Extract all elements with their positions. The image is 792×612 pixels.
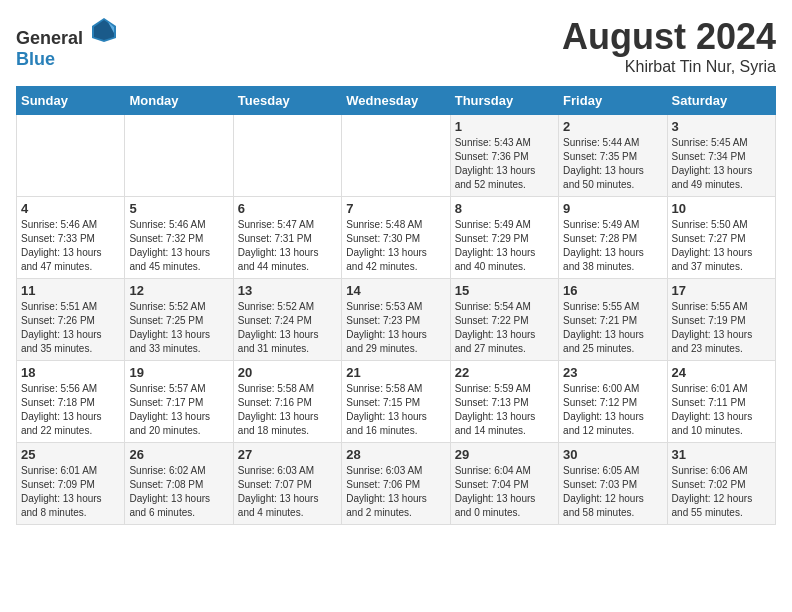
calendar-cell: 20Sunrise: 5:58 AM Sunset: 7:16 PM Dayli… xyxy=(233,361,341,443)
calendar-cell: 14Sunrise: 5:53 AM Sunset: 7:23 PM Dayli… xyxy=(342,279,450,361)
calendar-cell: 23Sunrise: 6:00 AM Sunset: 7:12 PM Dayli… xyxy=(559,361,667,443)
calendar-cell: 3Sunrise: 5:45 AM Sunset: 7:34 PM Daylig… xyxy=(667,115,775,197)
calendar-cell xyxy=(125,115,233,197)
calendar-cell: 25Sunrise: 6:01 AM Sunset: 7:09 PM Dayli… xyxy=(17,443,125,525)
day-number: 20 xyxy=(238,365,337,380)
day-number: 27 xyxy=(238,447,337,462)
day-info: Sunrise: 5:57 AM Sunset: 7:17 PM Dayligh… xyxy=(129,382,228,438)
weekday-header-row: SundayMondayTuesdayWednesdayThursdayFrid… xyxy=(17,87,776,115)
calendar-cell: 18Sunrise: 5:56 AM Sunset: 7:18 PM Dayli… xyxy=(17,361,125,443)
day-number: 16 xyxy=(563,283,662,298)
calendar-cell: 22Sunrise: 5:59 AM Sunset: 7:13 PM Dayli… xyxy=(450,361,558,443)
day-info: Sunrise: 5:49 AM Sunset: 7:29 PM Dayligh… xyxy=(455,218,554,274)
day-number: 19 xyxy=(129,365,228,380)
page-header: General Blue August 2024 Khirbat Tin Nur… xyxy=(16,16,776,76)
calendar-cell xyxy=(342,115,450,197)
day-number: 22 xyxy=(455,365,554,380)
day-number: 14 xyxy=(346,283,445,298)
day-number: 31 xyxy=(672,447,771,462)
weekday-header: Tuesday xyxy=(233,87,341,115)
day-info: Sunrise: 5:51 AM Sunset: 7:26 PM Dayligh… xyxy=(21,300,120,356)
day-info: Sunrise: 5:46 AM Sunset: 7:32 PM Dayligh… xyxy=(129,218,228,274)
calendar-cell: 7Sunrise: 5:48 AM Sunset: 7:30 PM Daylig… xyxy=(342,197,450,279)
day-number: 10 xyxy=(672,201,771,216)
day-number: 30 xyxy=(563,447,662,462)
calendar-title: August 2024 xyxy=(562,16,776,58)
calendar-cell xyxy=(17,115,125,197)
day-number: 25 xyxy=(21,447,120,462)
calendar-cell: 12Sunrise: 5:52 AM Sunset: 7:25 PM Dayli… xyxy=(125,279,233,361)
logo-icon xyxy=(90,16,118,44)
calendar-cell xyxy=(233,115,341,197)
calendar-cell: 19Sunrise: 5:57 AM Sunset: 7:17 PM Dayli… xyxy=(125,361,233,443)
day-info: Sunrise: 6:01 AM Sunset: 7:09 PM Dayligh… xyxy=(21,464,120,520)
calendar-cell: 26Sunrise: 6:02 AM Sunset: 7:08 PM Dayli… xyxy=(125,443,233,525)
day-info: Sunrise: 5:48 AM Sunset: 7:30 PM Dayligh… xyxy=(346,218,445,274)
day-info: Sunrise: 5:49 AM Sunset: 7:28 PM Dayligh… xyxy=(563,218,662,274)
calendar-cell: 24Sunrise: 6:01 AM Sunset: 7:11 PM Dayli… xyxy=(667,361,775,443)
day-info: Sunrise: 5:56 AM Sunset: 7:18 PM Dayligh… xyxy=(21,382,120,438)
logo: General Blue xyxy=(16,16,118,70)
day-info: Sunrise: 5:55 AM Sunset: 7:19 PM Dayligh… xyxy=(672,300,771,356)
weekday-header: Saturday xyxy=(667,87,775,115)
calendar-cell: 5Sunrise: 5:46 AM Sunset: 7:32 PM Daylig… xyxy=(125,197,233,279)
calendar-week-row: 1Sunrise: 5:43 AM Sunset: 7:36 PM Daylig… xyxy=(17,115,776,197)
calendar-week-row: 25Sunrise: 6:01 AM Sunset: 7:09 PM Dayli… xyxy=(17,443,776,525)
day-info: Sunrise: 6:04 AM Sunset: 7:04 PM Dayligh… xyxy=(455,464,554,520)
calendar-cell: 9Sunrise: 5:49 AM Sunset: 7:28 PM Daylig… xyxy=(559,197,667,279)
day-number: 9 xyxy=(563,201,662,216)
day-number: 18 xyxy=(21,365,120,380)
day-number: 15 xyxy=(455,283,554,298)
day-number: 8 xyxy=(455,201,554,216)
day-number: 24 xyxy=(672,365,771,380)
day-number: 21 xyxy=(346,365,445,380)
calendar-week-row: 4Sunrise: 5:46 AM Sunset: 7:33 PM Daylig… xyxy=(17,197,776,279)
title-area: August 2024 Khirbat Tin Nur, Syria xyxy=(562,16,776,76)
day-info: Sunrise: 6:03 AM Sunset: 7:06 PM Dayligh… xyxy=(346,464,445,520)
day-number: 7 xyxy=(346,201,445,216)
weekday-header: Sunday xyxy=(17,87,125,115)
calendar-cell: 17Sunrise: 5:55 AM Sunset: 7:19 PM Dayli… xyxy=(667,279,775,361)
day-info: Sunrise: 5:59 AM Sunset: 7:13 PM Dayligh… xyxy=(455,382,554,438)
calendar-subtitle: Khirbat Tin Nur, Syria xyxy=(562,58,776,76)
day-number: 5 xyxy=(129,201,228,216)
day-info: Sunrise: 5:53 AM Sunset: 7:23 PM Dayligh… xyxy=(346,300,445,356)
day-info: Sunrise: 6:00 AM Sunset: 7:12 PM Dayligh… xyxy=(563,382,662,438)
calendar-cell: 2Sunrise: 5:44 AM Sunset: 7:35 PM Daylig… xyxy=(559,115,667,197)
calendar-cell: 13Sunrise: 5:52 AM Sunset: 7:24 PM Dayli… xyxy=(233,279,341,361)
day-info: Sunrise: 6:02 AM Sunset: 7:08 PM Dayligh… xyxy=(129,464,228,520)
weekday-header: Wednesday xyxy=(342,87,450,115)
logo-blue: Blue xyxy=(16,49,55,69)
weekday-header: Friday xyxy=(559,87,667,115)
calendar-cell: 8Sunrise: 5:49 AM Sunset: 7:29 PM Daylig… xyxy=(450,197,558,279)
day-number: 6 xyxy=(238,201,337,216)
day-number: 29 xyxy=(455,447,554,462)
day-number: 2 xyxy=(563,119,662,134)
calendar-cell: 28Sunrise: 6:03 AM Sunset: 7:06 PM Dayli… xyxy=(342,443,450,525)
weekday-header: Monday xyxy=(125,87,233,115)
day-info: Sunrise: 5:55 AM Sunset: 7:21 PM Dayligh… xyxy=(563,300,662,356)
day-info: Sunrise: 5:58 AM Sunset: 7:15 PM Dayligh… xyxy=(346,382,445,438)
calendar-cell: 4Sunrise: 5:46 AM Sunset: 7:33 PM Daylig… xyxy=(17,197,125,279)
day-info: Sunrise: 5:50 AM Sunset: 7:27 PM Dayligh… xyxy=(672,218,771,274)
day-info: Sunrise: 5:46 AM Sunset: 7:33 PM Dayligh… xyxy=(21,218,120,274)
calendar-cell: 15Sunrise: 5:54 AM Sunset: 7:22 PM Dayli… xyxy=(450,279,558,361)
day-number: 3 xyxy=(672,119,771,134)
calendar-cell: 27Sunrise: 6:03 AM Sunset: 7:07 PM Dayli… xyxy=(233,443,341,525)
day-number: 13 xyxy=(238,283,337,298)
day-info: Sunrise: 6:05 AM Sunset: 7:03 PM Dayligh… xyxy=(563,464,662,520)
calendar-cell: 1Sunrise: 5:43 AM Sunset: 7:36 PM Daylig… xyxy=(450,115,558,197)
calendar-cell: 11Sunrise: 5:51 AM Sunset: 7:26 PM Dayli… xyxy=(17,279,125,361)
day-number: 4 xyxy=(21,201,120,216)
day-info: Sunrise: 5:44 AM Sunset: 7:35 PM Dayligh… xyxy=(563,136,662,192)
day-info: Sunrise: 5:52 AM Sunset: 7:25 PM Dayligh… xyxy=(129,300,228,356)
day-number: 1 xyxy=(455,119,554,134)
day-info: Sunrise: 5:43 AM Sunset: 7:36 PM Dayligh… xyxy=(455,136,554,192)
day-info: Sunrise: 5:45 AM Sunset: 7:34 PM Dayligh… xyxy=(672,136,771,192)
day-info: Sunrise: 5:52 AM Sunset: 7:24 PM Dayligh… xyxy=(238,300,337,356)
day-number: 11 xyxy=(21,283,120,298)
calendar-cell: 31Sunrise: 6:06 AM Sunset: 7:02 PM Dayli… xyxy=(667,443,775,525)
logo-general: General xyxy=(16,28,83,48)
day-info: Sunrise: 5:54 AM Sunset: 7:22 PM Dayligh… xyxy=(455,300,554,356)
calendar-cell: 16Sunrise: 5:55 AM Sunset: 7:21 PM Dayli… xyxy=(559,279,667,361)
